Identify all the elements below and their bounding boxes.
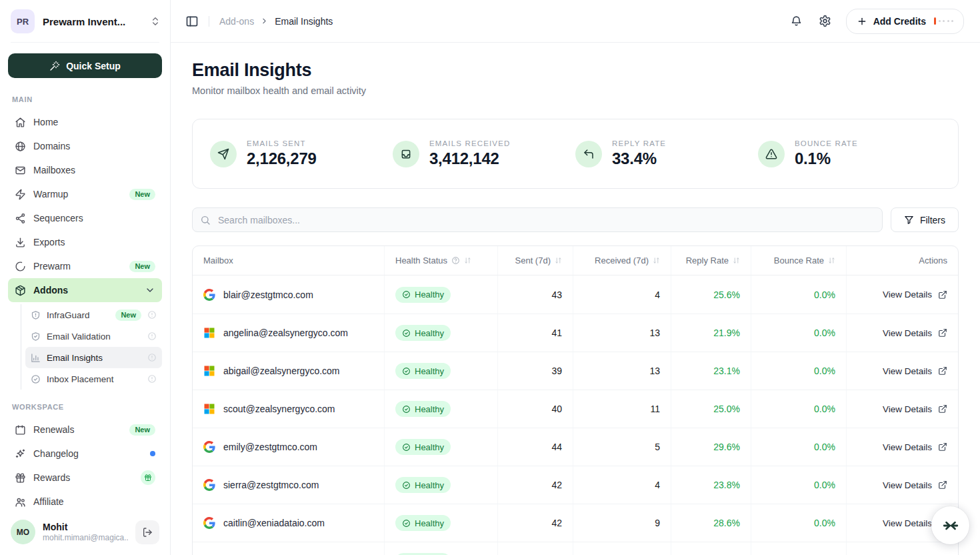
- topbar: Add-ons Email Insights Add Credits: [171, 0, 980, 43]
- sidebar-item-inbox-placement[interactable]: Inbox Placement: [25, 368, 162, 390]
- chevrons-up-down-icon: [150, 16, 161, 27]
- sidebar-item-label: Rewards: [33, 472, 133, 483]
- sidebar-item-prewarm[interactable]: PrewarmNew: [8, 254, 162, 278]
- column-header-health-status[interactable]: Health Status: [385, 246, 498, 275]
- sidebar-item-warmup[interactable]: WarmupNew: [8, 182, 162, 206]
- health-status-badge: Healthy: [395, 325, 451, 341]
- sidebar-item-addons[interactable]: Addons: [8, 278, 162, 302]
- column-header-received-7d[interactable]: Received (7d): [573, 246, 671, 275]
- microsoft-icon: [203, 327, 215, 339]
- panel-left-icon: [185, 15, 199, 28]
- column-header-reply-rate[interactable]: Reply Rate: [671, 246, 751, 275]
- column-header-sent-7d[interactable]: Sent (7d): [498, 246, 573, 275]
- sidebar-item-home[interactable]: Home: [8, 110, 162, 134]
- reply-icon: [583, 148, 595, 160]
- sidebar-item-mailboxes[interactable]: Mailboxes: [8, 158, 162, 182]
- health-status-label: Healthy: [415, 518, 444, 528]
- workspace-switcher[interactable]: PR Prewarm Invent...: [0, 0, 170, 42]
- gift-badge: [141, 470, 155, 485]
- external-link-icon[interactable]: [938, 366, 947, 376]
- view-details-link[interactable]: View Details: [883, 404, 932, 414]
- sidebar-item-domains[interactable]: Domains: [8, 134, 162, 158]
- reply-rate-cell-value: 25.0%: [713, 404, 740, 414]
- actions-cell: View Details: [847, 542, 958, 555]
- sent-cell: 36: [498, 542, 573, 555]
- external-link-icon[interactable]: [938, 290, 947, 300]
- column-label: Actions: [919, 255, 947, 265]
- sidebar-item-label: Renewals: [33, 424, 122, 435]
- sidebar-item-label: Prewarm: [33, 261, 122, 271]
- column-header-bounce-rate[interactable]: Bounce Rate: [751, 246, 847, 275]
- breadcrumb-parent[interactable]: Add-ons: [219, 16, 254, 27]
- reply-rate-cell: 23.1%: [671, 352, 751, 390]
- reply-rate-cell: 25.0%: [671, 390, 751, 428]
- sort-icon: [653, 257, 660, 264]
- content: Email Insights Monitor mailbox health an…: [171, 60, 980, 555]
- workspace-name: Prewarm Invent...: [43, 16, 142, 27]
- inbox-icon: [400, 148, 412, 160]
- external-link-icon[interactable]: [938, 442, 947, 452]
- column-label: Mailbox: [203, 255, 233, 265]
- page-subtitle: Monitor mailbox health and email activit…: [192, 85, 959, 96]
- sidebar-item-label: InfraGuard: [47, 310, 109, 320]
- stat-text: REPLY RATE33.4%: [612, 139, 666, 168]
- info-circle-icon: [147, 374, 157, 384]
- actions-cell: View Details: [847, 428, 958, 466]
- stat-value: 0.1%: [795, 149, 858, 168]
- filters-button[interactable]: Filters: [891, 207, 959, 232]
- external-link-icon[interactable]: [938, 328, 947, 338]
- stat-bounce-rate: BOUNCE RATE0.1%: [758, 139, 941, 168]
- mailbox-cell: sierra@zestgtmco.com: [193, 466, 385, 504]
- external-link-icon[interactable]: [938, 404, 947, 414]
- quick-setup-button[interactable]: Quick Setup: [8, 53, 162, 78]
- sidebar-item-infraguard[interactable]: InfraGuardNew: [25, 304, 162, 326]
- gift-icon: [15, 472, 26, 484]
- section-label: MAIN: [12, 95, 158, 103]
- view-details-link[interactable]: View Details: [883, 290, 932, 300]
- view-details-link[interactable]: View Details: [883, 366, 932, 376]
- column-label: Sent (7d): [515, 255, 551, 265]
- sidebar-item-email-validation[interactable]: Email Validation: [25, 326, 162, 347]
- health-status-badge: Healthy: [395, 363, 451, 379]
- received-cell: 3: [573, 542, 671, 555]
- sidebar-item-email-insights[interactable]: Email Insights: [25, 347, 162, 368]
- sidebar-item-sequencers[interactable]: Sequencers: [8, 206, 162, 230]
- sidebar-item-exports[interactable]: Exports: [8, 230, 162, 254]
- mailbox-address: sierra@zestgtmco.com: [223, 480, 319, 490]
- search-input[interactable]: [192, 207, 883, 232]
- logout-button[interactable]: [135, 520, 159, 544]
- send-icon: [210, 141, 237, 167]
- stat-emails-sent: EMAILS SENT2,126,279: [210, 139, 393, 168]
- add-credits-button[interactable]: Add Credits: [846, 9, 964, 34]
- external-link-icon[interactable]: [938, 480, 947, 490]
- stats-card: EMAILS SENT2,126,279EMAILS RECEIVED3,412…: [192, 119, 959, 189]
- mailbox-cell: emily@zestgtmco.com: [193, 428, 385, 466]
- credit-meter-segment: [934, 17, 936, 25]
- funnel-icon: [904, 215, 914, 225]
- reply-rate-cell: 25.6%: [671, 275, 751, 314]
- users-icon: [15, 496, 26, 508]
- sidebar-toggle-button[interactable]: [185, 15, 199, 28]
- view-details-link[interactable]: View Details: [883, 328, 932, 338]
- sidebar-item-renewals[interactable]: RenewalsNew: [8, 418, 162, 442]
- view-details-link[interactable]: View Details: [883, 480, 932, 490]
- view-details-link[interactable]: View Details: [883, 442, 932, 452]
- sent-cell-value: 44: [551, 442, 562, 452]
- settings-button[interactable]: [819, 15, 831, 27]
- assistant-widget-button[interactable]: [931, 506, 969, 544]
- health-status-label: Healthy: [415, 366, 444, 376]
- sidebar-nav: MAINHomeDomainsMailboxesWarmupNewSequenc…: [0, 79, 170, 555]
- chevron-down-icon: [145, 285, 155, 296]
- sidebar-item-changelog[interactable]: Changelog: [8, 442, 162, 466]
- unread-dot-indicator: [150, 451, 155, 456]
- sidebar-item-rewards[interactable]: Rewards: [8, 466, 162, 490]
- info-circle-icon: [147, 353, 157, 362]
- view-details-link[interactable]: View Details: [883, 518, 932, 528]
- table-row: abigail@zealsynergyco.comHealthy391323.1…: [193, 352, 958, 390]
- bounce-rate-cell-value: 0.0%: [814, 290, 835, 300]
- stat-label: EMAILS RECEIVED: [429, 139, 510, 147]
- gift-icon: [144, 474, 152, 482]
- notifications-button[interactable]: [790, 15, 803, 27]
- reply-rate-cell: 29.6%: [671, 428, 751, 466]
- received-cell: 5: [573, 428, 671, 466]
